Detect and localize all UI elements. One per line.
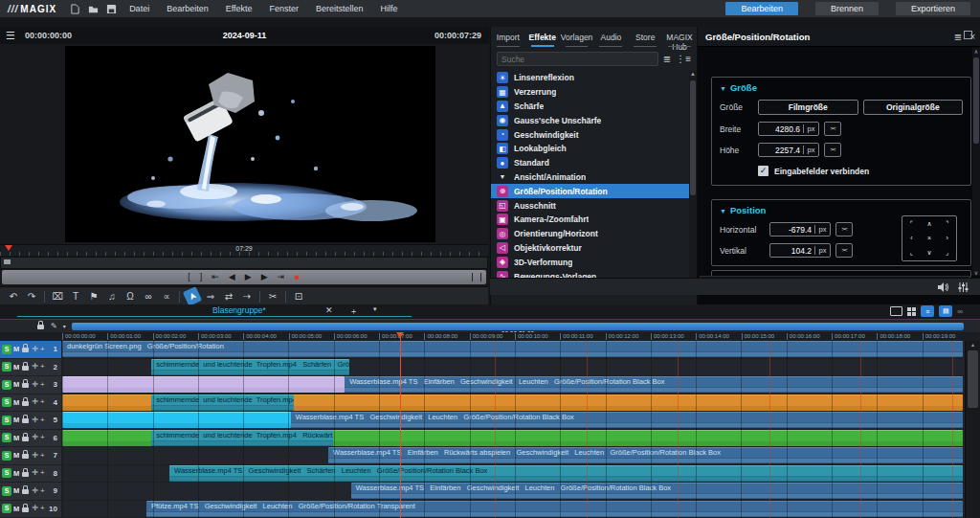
effect-item-ausschnitt[interactable]: ◱Ausschnitt — [491, 198, 689, 213]
record-button[interactable]: ● — [294, 270, 301, 284]
track-add-icon[interactable]: + — [40, 417, 45, 424]
effect-item-orientierung-horizont[interactable]: ◎Orientierung/Horizont — [491, 227, 689, 241]
clip-wasserblase-mp4-ts-einf-rb[interactable]: Wasserblase.mp4 TS Einfärben Geschwindig… — [345, 376, 963, 393]
scroll-down-icon[interactable]: ∨ — [972, 269, 980, 276]
track-add-icon[interactable]: + — [40, 381, 45, 389]
project-tab[interactable]: Blasengruppe* — [163, 305, 316, 315]
solo-button[interactable]: S — [2, 433, 11, 442]
panel-vscrollbar[interactable]: ∧ ∨ — [972, 48, 980, 276]
mixer-icon[interactable] — [958, 282, 969, 292]
move-up-right-icon[interactable]: ⌝ — [938, 216, 956, 231]
effect-item-standard[interactable]: ●Standard — [491, 156, 689, 170]
playhead[interactable] — [400, 332, 401, 518]
track-add-icon[interactable]: + — [40, 452, 45, 460]
track-lock-icon[interactable] — [22, 383, 29, 388]
menu-fenster[interactable]: Fenster — [261, 4, 308, 13]
move-down-icon[interactable]: ∨ — [921, 246, 939, 260]
track-lock-icon[interactable] — [22, 437, 29, 441]
track-fx-icon[interactable]: ✛ — [32, 363, 38, 371]
effects-scrollbar[interactable]: ▲ ▼ — [689, 71, 697, 287]
preview-scroll-handle[interactable] — [4, 259, 11, 264]
track-add-icon[interactable]: + — [40, 434, 45, 441]
track-lock-icon[interactable] — [22, 489, 29, 494]
tab-store[interactable]: Store — [628, 29, 662, 48]
video-canvas[interactable] — [65, 46, 435, 242]
tab-magix-hub[interactable]: MAGIX Hub — [662, 29, 697, 48]
mouse-mode-all-tracks-button[interactable]: ⇒ — [203, 289, 218, 304]
mute-button[interactable]: M — [13, 434, 19, 442]
search-input[interactable] — [497, 52, 658, 66]
list-view-icon[interactable]: ≣ — [663, 54, 671, 64]
speaker-icon[interactable] — [938, 282, 948, 292]
move-up-left-icon[interactable]: ⌜ — [902, 216, 921, 231]
track-add-icon[interactable]: + — [40, 398, 45, 406]
track-add-icon[interactable]: + — [40, 487, 45, 495]
mute-button[interactable]: M — [13, 416, 19, 424]
track-header-1[interactable]: SM✛+1 — [0, 341, 61, 358]
track-header-9[interactable]: SM✛+9 — [0, 483, 61, 500]
vertical-reset-button[interactable]: >< — [835, 243, 853, 258]
move-down-right-icon[interactable]: ⌟ — [938, 246, 956, 260]
track-content-2[interactable]: schimmernde und leuchtende Tropfen.mp4 S… — [62, 359, 965, 376]
scene-overview-icon[interactable] — [907, 307, 916, 316]
track-fx-icon[interactable]: ✛ — [32, 346, 38, 353]
mode-button-exportieren[interactable]: Exportieren — [896, 2, 970, 15]
panel-menu-icon[interactable]: ≣ — [954, 32, 962, 42]
horizontal-reset-button[interactable]: >< — [835, 222, 853, 236]
track-fx-icon[interactable]: ✛ — [32, 469, 38, 477]
track-lock-icon[interactable] — [22, 454, 29, 459]
track-lock-icon[interactable] — [22, 507, 29, 512]
effect-item-sch-rfe[interactable]: ▲Schärfe — [491, 100, 689, 114]
track-add-icon[interactable]: + — [40, 346, 45, 353]
move-up-icon[interactable]: ∧ — [921, 216, 939, 231]
track-lock-icon[interactable] — [22, 472, 29, 477]
mute-button[interactable]: M — [13, 363, 19, 372]
track-lock-icon[interactable] — [22, 366, 29, 371]
track-header-5[interactable]: SM✛+5 — [0, 412, 61, 429]
menu-datei[interactable]: Datei — [121, 4, 158, 13]
solo-button[interactable]: S — [2, 451, 11, 461]
jump-end-button[interactable]: ⇥ — [278, 270, 285, 284]
track-header-7[interactable]: SM✛+7 — [0, 447, 61, 464]
height-field[interactable]: 2257.4px — [758, 143, 819, 157]
prev-frame-button[interactable]: ◀ — [229, 270, 235, 284]
track-content-10[interactable]: Pfütze.mp4 TS Geschwindigkeit Leuchten G… — [62, 501, 965, 518]
mouse-mode-button[interactable]: ➤ — [183, 286, 202, 306]
solo-button[interactable]: S — [2, 380, 11, 390]
mouse-mode-single-track-button[interactable]: ⇄ — [221, 289, 236, 304]
tab-import[interactable]: Import — [491, 29, 525, 48]
clip-wasserblase-mp4-ts-einf-rb[interactable]: Wasserblase.mp4 TS Einfärben Geschwindig… — [351, 483, 963, 499]
title-button[interactable]: T — [68, 289, 83, 304]
track-lock-icon[interactable] — [22, 348, 29, 352]
play-button[interactable]: ▶ — [245, 270, 252, 284]
track-header-4[interactable]: SM✛+4 — [0, 394, 61, 412]
marker-button[interactable]: ⚑ — [86, 289, 101, 304]
timeline-mode-button[interactable]: ≡ — [921, 305, 934, 317]
height-reset-button[interactable]: >< — [824, 143, 841, 157]
track-fx-icon[interactable]: ✛ — [32, 434, 38, 441]
clip-pf-tze-mp4-ts-geschwindigk[interactable]: Pfütze.mp4 TS Geschwindigkeit Leuchten G… — [146, 501, 963, 517]
solo-button[interactable]: S — [2, 486, 11, 496]
mute-button[interactable]: M — [13, 486, 19, 495]
track-header-2[interactable]: SM✛+2 — [0, 359, 61, 376]
track-content-1[interactable]: dunkelgrün Screen.png Größe/Position/Rot… — [62, 341, 965, 358]
effect-item-linsenreflexion[interactable]: ☀Linsenreflexion — [491, 71, 689, 85]
clip-wasserblase-mp4-ts-einf-rb[interactable]: Wasserblase.mp4 TS Einfärben Rückwärts a… — [328, 447, 963, 463]
track-options-dropdown-icon[interactable]: ▾ — [63, 323, 66, 329]
track-header-3[interactable]: SM✛+3 — [0, 376, 61, 394]
track-header-6[interactable]: SM✛+6 — [0, 430, 61, 447]
track-add-icon[interactable]: + — [40, 363, 45, 371]
move-right-icon[interactable]: › — [938, 231, 956, 245]
position-section-title[interactable]: ▼Position — [720, 205, 970, 215]
mouse-mode-stretch-button[interactable]: ⇢ — [239, 289, 255, 304]
effect-item-3d-verformung[interactable]: ◈3D-Verformung — [491, 255, 689, 269]
clip-wasserblase-mp4-ts-geschwi[interactable]: Wasserblase.mp4 TS Geschwindigkeit Schär… — [169, 465, 963, 482]
track-add-icon[interactable]: + — [40, 469, 45, 477]
effect-item-objektivkorrektur[interactable]: ◁Objektivkorrektur — [491, 241, 689, 256]
clip-schimmernde-und-leuchtende[interactable]: schimmernde und leuchtende Tropfen.mp4 S… — [151, 359, 349, 375]
track-fx-icon[interactable]: ✛ — [32, 452, 38, 460]
monitor-view-icon[interactable] — [890, 306, 902, 316]
tab-audio[interactable]: Audio — [593, 29, 628, 48]
clip-schimmernde-und-leuchtende[interactable]: schimmernde und leuchtende Tropfen.mp4 R… — [151, 430, 333, 446]
center-icon[interactable]: × — [921, 231, 939, 245]
